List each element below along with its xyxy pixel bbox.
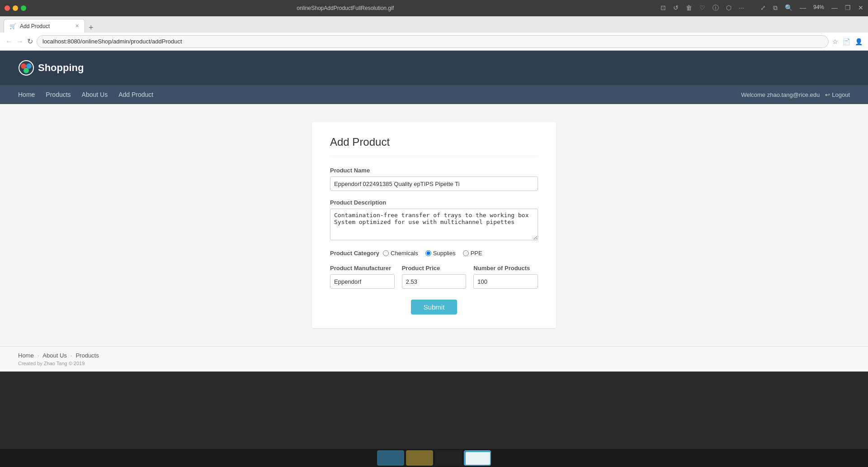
- bookmark-star-icon[interactable]: ☆: [832, 38, 838, 45]
- site-footer: Home · About Us · Products Created by Zh…: [0, 346, 868, 372]
- minimize-button[interactable]: [13, 5, 18, 11]
- logout-icon: ↩: [825, 91, 830, 98]
- taskbar-preview-4: [465, 451, 491, 466]
- product-name-input[interactable]: [330, 176, 538, 191]
- bookmark-icon[interactable]: ♡: [699, 4, 705, 12]
- maximize-button[interactable]: [21, 5, 26, 11]
- category-supplies[interactable]: Supplies: [425, 250, 456, 257]
- product-description-group: Product Description Contamination-free t…: [330, 199, 538, 242]
- tab-close-button[interactable]: ✕: [75, 23, 79, 29]
- taskbar: [0, 449, 868, 467]
- taskbar-preview-2: [406, 450, 433, 466]
- tab-icon: 🛒: [9, 23, 16, 29]
- ppe-label: PPE: [471, 250, 482, 257]
- form-card: Add Product Product Name Product Descrip…: [312, 122, 556, 328]
- footer-dot-2: ·: [71, 352, 72, 359]
- expand-icon[interactable]: ⤢: [760, 4, 766, 12]
- screenshot-icon[interactable]: ⊡: [660, 4, 666, 12]
- category-ppe[interactable]: PPE: [463, 250, 482, 257]
- profile-icon[interactable]: 👤: [855, 38, 863, 45]
- price-label: Product Price: [402, 265, 467, 272]
- footer-links: Home · About Us · Products: [18, 352, 850, 359]
- back-history-icon[interactable]: ↺: [673, 4, 679, 12]
- product-category-label: Product Category: [330, 250, 379, 257]
- more-icon[interactable]: ···: [739, 4, 744, 12]
- product-name-label: Product Name: [330, 167, 538, 174]
- zoom-icon[interactable]: 🔍: [785, 4, 793, 12]
- quantity-label: Number of Products: [473, 265, 538, 272]
- active-tab[interactable]: 🛒 Add Product ✕: [4, 19, 85, 33]
- form-title: Add Product: [330, 136, 538, 156]
- footer-home[interactable]: Home: [18, 352, 34, 359]
- svg-point-3: [24, 68, 29, 73]
- product-details-group: Product Manufacturer Product Price Numbe…: [330, 265, 538, 289]
- chemicals-label: Chemicals: [391, 250, 418, 257]
- address-bar: ← → ↻ ☆ 📄 👤: [0, 33, 868, 51]
- new-tab-button[interactable]: +: [85, 23, 97, 33]
- site-logo-text: Shopping: [38, 62, 84, 74]
- website: Shopping Home Products About Us Add Prod…: [0, 51, 868, 372]
- manufacturer-input[interactable]: [330, 274, 395, 289]
- nav-add-product[interactable]: Add Product: [118, 91, 153, 98]
- browser-window: onlineShopAddProductFullResolution.gif ⊡…: [0, 0, 868, 467]
- forward-button[interactable]: →: [16, 38, 24, 46]
- chemicals-radio[interactable]: [383, 250, 389, 256]
- footer-dot-1: ·: [38, 352, 39, 359]
- nav-products[interactable]: Products: [46, 91, 71, 98]
- min-window-icon[interactable]: —: [831, 4, 838, 12]
- nav-home[interactable]: Home: [18, 91, 35, 98]
- submit-button[interactable]: Submit: [411, 300, 458, 315]
- tab-label: Add Product: [20, 23, 50, 29]
- close-window-icon[interactable]: ✕: [858, 4, 863, 12]
- site-logo: Shopping: [18, 60, 84, 76]
- taskbar-thumb-2[interactable]: [406, 450, 433, 466]
- taskbar-thumb-3[interactable]: [435, 450, 462, 466]
- site-header: Shopping: [0, 51, 868, 85]
- nav-about[interactable]: About Us: [82, 91, 108, 98]
- taskbar-preview-3: [435, 450, 462, 466]
- supplies-radio[interactable]: [425, 250, 431, 256]
- product-category-group: Product Category Chemicals Supplies P: [330, 250, 538, 257]
- logout-button[interactable]: ↩ Logout: [825, 91, 850, 98]
- category-chemicals[interactable]: Chemicals: [383, 250, 418, 257]
- nav-right: Welcome zhao.tang@rice.edu ↩ Logout: [741, 91, 850, 98]
- zoom-level: 94%: [813, 4, 824, 12]
- taskbar-thumb-4[interactable]: [464, 450, 491, 466]
- site-nav: Home Products About Us Add Product Welco…: [0, 85, 868, 104]
- tab-bar: 🛒 Add Product ✕ +: [0, 16, 868, 33]
- footer-products[interactable]: Products: [75, 352, 99, 359]
- nav-links: Home Products About Us Add Product: [18, 91, 153, 98]
- ppe-radio[interactable]: [463, 250, 469, 256]
- quantity-field: Number of Products: [473, 265, 538, 289]
- info-icon[interactable]: ⓘ: [712, 4, 719, 12]
- main-content: Add Product Product Name Product Descrip…: [0, 104, 868, 346]
- welcome-text: Welcome zhao.tang@rice.edu: [741, 91, 820, 98]
- manufacturer-field: Product Manufacturer: [330, 265, 395, 289]
- back-button[interactable]: ←: [5, 38, 13, 46]
- manufacturer-label: Product Manufacturer: [330, 265, 395, 272]
- zoom-out-icon[interactable]: —: [800, 4, 806, 12]
- category-radio-group: Chemicals Supplies PPE: [383, 250, 482, 257]
- window-controls: [5, 5, 26, 11]
- browser-icons: ⊡ ↺ 🗑 ♡ ⓘ ⬡ ··· ⤢ ⧉ 🔍 — 94% — ❐ ✕: [660, 4, 863, 12]
- product-description-textarea[interactable]: Contamination-free transfer of trays to …: [330, 209, 538, 240]
- price-input[interactable]: [402, 274, 467, 289]
- restore-icon[interactable]: ❐: [845, 4, 851, 12]
- quantity-input[interactable]: [473, 274, 538, 289]
- svg-point-1: [21, 63, 26, 69]
- reader-icon[interactable]: 📄: [843, 38, 850, 45]
- svg-point-2: [26, 63, 32, 69]
- delete-icon[interactable]: 🗑: [686, 4, 692, 12]
- footer-about[interactable]: About Us: [42, 352, 66, 359]
- taskbar-thumb-1[interactable]: [377, 450, 404, 466]
- url-input[interactable]: [37, 35, 829, 48]
- pip-icon[interactable]: ⧉: [773, 4, 778, 12]
- product-name-group: Product Name: [330, 167, 538, 191]
- price-field: Product Price: [402, 265, 467, 289]
- footer-credit: Created by Zhao Tang © 2019: [18, 361, 850, 366]
- close-button[interactable]: [5, 5, 10, 11]
- product-description-label: Product Description: [330, 199, 538, 206]
- share-icon[interactable]: ⬡: [726, 4, 731, 12]
- browser-title: onlineShopAddProductFullResolution.gif: [34, 5, 656, 11]
- reload-button[interactable]: ↻: [27, 37, 33, 46]
